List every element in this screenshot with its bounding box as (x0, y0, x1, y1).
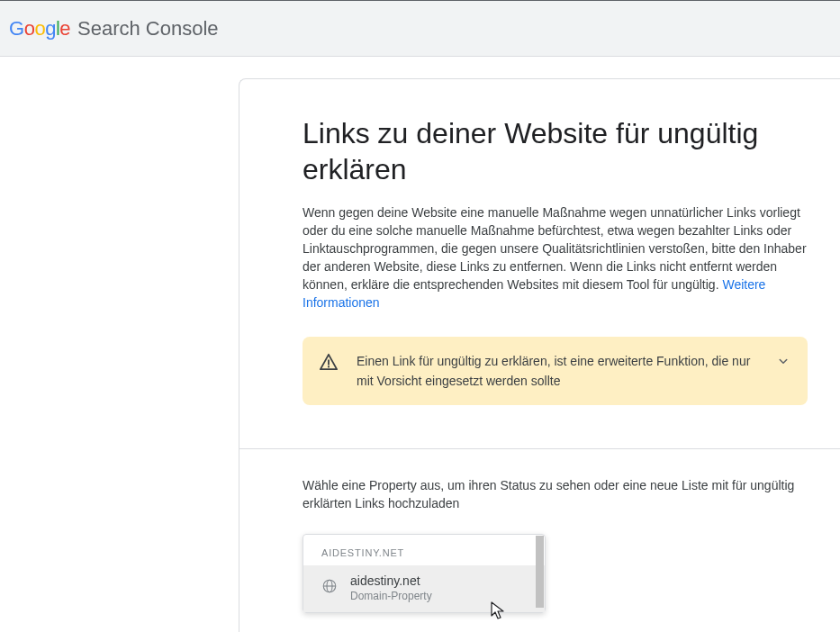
product-name: Search Console (77, 17, 219, 41)
warning-icon (319, 353, 339, 375)
page-title: Links zu deiner Website für ungültig erk… (303, 115, 808, 187)
page-description: Wenn gegen deine Website eine manuelle M… (303, 203, 808, 311)
option-title: aidestiny.net (350, 573, 432, 589)
chevron-down-icon[interactable] (775, 353, 791, 373)
warning-text: Einen Link für ungültig zu erklären, ist… (357, 351, 757, 391)
google-wordmark: Google (9, 17, 70, 41)
property-select-label: Wähle eine Property aus, um ihren Status… (303, 476, 808, 512)
warning-banner[interactable]: Einen Link für ungültig zu erklären, ist… (303, 337, 808, 405)
option-subtitle: Domain-Property (350, 589, 432, 603)
main-content: Links zu deiner Website für ungültig erk… (239, 78, 840, 632)
svg-point-1 (328, 366, 330, 367)
globe-icon (321, 578, 338, 598)
app-header: Google Search Console (0, 1, 840, 57)
section-divider (239, 448, 840, 449)
property-dropdown[interactable]: AIDESTINY.NET aidestiny.net Domain-Prope… (303, 534, 546, 613)
dropdown-scrollbar[interactable] (536, 536, 544, 608)
dropdown-option[interactable]: aidestiny.net Domain-Property (303, 565, 545, 612)
dropdown-group-header: AIDESTINY.NET (303, 535, 545, 565)
google-logo[interactable]: Google Search Console (9, 17, 219, 41)
